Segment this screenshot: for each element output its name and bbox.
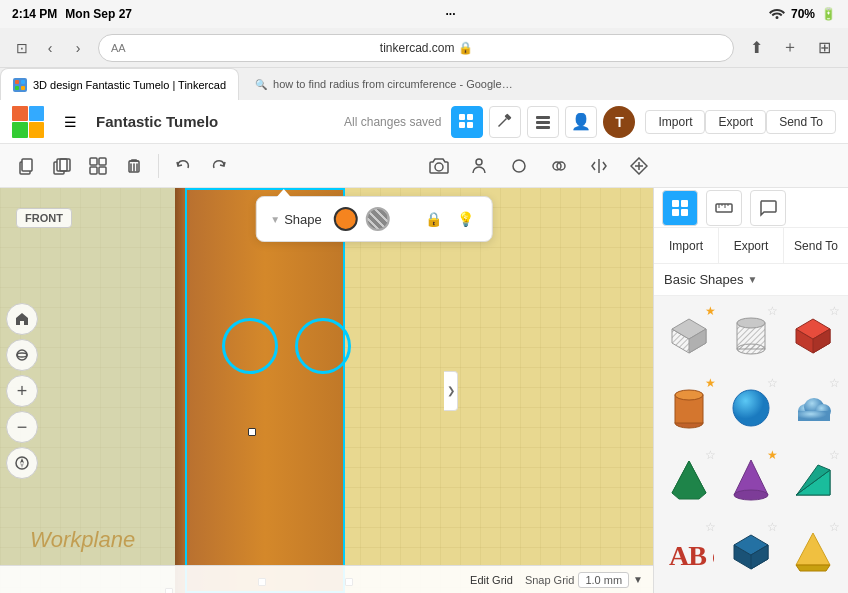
svg-point-30 [17,350,27,360]
back-button[interactable]: ‹ [38,36,62,60]
svg-rect-38 [681,209,688,216]
copy-button[interactable] [10,150,42,182]
snap-grid-control[interactable]: Snap Grid 1.0 mm ▼ [525,572,643,588]
shape-item-cone-gray[interactable]: ☆ [782,588,844,593]
ruler-panel-icon[interactable] [706,190,742,226]
snap-dropdown-arrow[interactable]: ▼ [633,574,643,585]
tinkercad-favicon [13,78,27,92]
browser-actions[interactable]: ⬆ ＋ ⊞ [742,34,838,62]
tab-google[interactable]: 🔍 how to find radius from circumference … [243,68,525,100]
star-badge-wedge-outline: ☆ [829,448,840,462]
handle-1[interactable] [248,428,256,436]
light-icon-btn[interactable]: 💡 [454,207,478,231]
home-view-button[interactable] [6,303,38,335]
group-button[interactable] [82,150,114,182]
svg-marker-34 [20,463,24,468]
shape-item-pyramid-yellow[interactable]: ☆ [782,516,844,588]
app-bar-actions[interactable]: 👤 T [451,106,635,138]
shape-item-text-red[interactable]: ☆ AB C [658,516,720,588]
app-bar: ☰ Fantastic Tumelo All changes saved 👤 T… [0,100,848,144]
panel-icon-bar [654,188,848,228]
shape-item-cylinder-orange[interactable]: ★ [658,372,720,444]
shape-item-sphere-pink[interactable]: ☆ [658,588,720,593]
tab-bar: 3D design Fantastic Tumelo | Tinkercad 🔍… [0,68,848,100]
import-panel-button[interactable]: Import [654,228,719,263]
export-panel-button[interactable]: Export [719,228,784,263]
panel-3d[interactable] [185,188,345,593]
svg-rect-37 [672,209,679,216]
panel-collapse-button[interactable]: ❯ [444,371,458,411]
shape-item-cube-red[interactable]: ☆ [782,300,844,372]
compass-button[interactable] [6,447,38,479]
person-icon-btn[interactable] [463,150,495,182]
shape-item-cylinder-hatched[interactable]: ☆ [720,300,782,372]
shape-item-box-blue[interactable]: ☆ [720,516,782,588]
send-to-panel-button[interactable]: Send To [784,228,848,263]
duplicate-button[interactable] [46,150,78,182]
main-area: ▼ Shape 🔒 💡 FRONT + [0,188,848,593]
category-dropdown[interactable]: Basic Shapes ▼ [664,272,838,287]
zoom-in-button[interactable]: + [6,375,38,407]
hole-circle-right[interactable] [295,318,351,374]
menu-icon[interactable]: ☰ [54,106,86,138]
action-buttons[interactable]: Import Export Send To [645,110,836,134]
svg-point-31 [17,353,27,357]
shape-item-wedge-teal[interactable]: ☆ [782,444,844,516]
new-tab-button[interactable]: ＋ [776,34,804,62]
edit-grid-button[interactable]: Edit Grid [470,574,513,586]
solid-color-swatch[interactable] [334,207,358,231]
hole-color-swatch[interactable] [366,207,390,231]
delete-button[interactable] [118,150,150,182]
shape-item-sphere-blue[interactable]: ☆ [720,372,782,444]
shape-item-cone-purple[interactable]: ★ [720,444,782,516]
shape-item-pyramid-green[interactable]: ☆ [658,444,720,516]
star-badge-gold: ★ [705,304,716,318]
boolean-btn[interactable] [543,150,575,182]
camera-button[interactable] [423,150,455,182]
panel-action-bar: Import Export Send To [654,228,848,264]
shape-item-box-starred[interactable]: ★ [658,300,720,372]
svg-point-24 [513,160,525,172]
user-icon[interactable]: 👤 [565,106,597,138]
shape-tools-btn[interactable] [503,150,535,182]
lock-icon-btn[interactable]: 🔒 [422,207,446,231]
browser-nav[interactable]: ⊡ ‹ › [10,36,90,60]
avatar[interactable]: T [603,106,635,138]
orbit-button[interactable] [6,339,38,371]
star-badge-red-outline: ☆ [829,304,840,318]
svg-rect-62 [798,411,830,421]
layers-icon[interactable] [527,106,559,138]
share-button[interactable]: ⬆ [742,34,770,62]
zoom-out-button[interactable]: − [6,411,38,443]
hole-circle-left[interactable] [222,318,278,374]
status-bar: 2:14 PM Mon Sep 27 ··· 70% 🔋 [0,0,848,28]
shape-item-cloud-blue[interactable]: ☆ [782,372,844,444]
svg-rect-19 [90,167,97,174]
chevron-right-icon: ❯ [447,385,455,396]
redo-button[interactable] [203,150,235,182]
tab-tinkercad[interactable]: 3D design Fantastic Tumelo | Tinkercad [0,68,239,100]
forward-button[interactable]: › [66,36,90,60]
send-to-button[interactable]: Send To [766,110,836,134]
align-btn[interactable] [623,150,655,182]
svg-rect-17 [90,158,97,165]
flip-btn[interactable] [583,150,615,182]
tab-google-label: how to find radius from circumference - … [273,78,513,90]
popover-collapse-arrow[interactable]: ▼ [270,214,280,225]
import-button[interactable]: Import [645,110,705,134]
sidebar-toggle-button[interactable]: ⊡ [10,36,34,60]
bottom-bar: Edit Grid Snap Grid 1.0 mm ▼ [0,565,653,593]
hammer-icon[interactable] [489,106,521,138]
export-button[interactable]: Export [705,110,766,134]
grid-view-icon[interactable] [451,106,483,138]
star-badge-orange-gold: ★ [705,376,716,390]
viewport[interactable]: ▼ Shape 🔒 💡 FRONT + [0,188,653,593]
grid-panel-icon[interactable] [662,190,698,226]
shape-item-cylinder-blue2[interactable]: ☆ [720,588,782,593]
undo-button[interactable] [167,150,199,182]
svg-rect-1 [21,80,25,84]
tabs-button[interactable]: ⊞ [810,34,838,62]
url-bar[interactable]: AA tinkercad.com 🔒 [98,34,734,62]
font-size-control: AA [111,42,126,54]
comment-panel-icon[interactable] [750,190,786,226]
